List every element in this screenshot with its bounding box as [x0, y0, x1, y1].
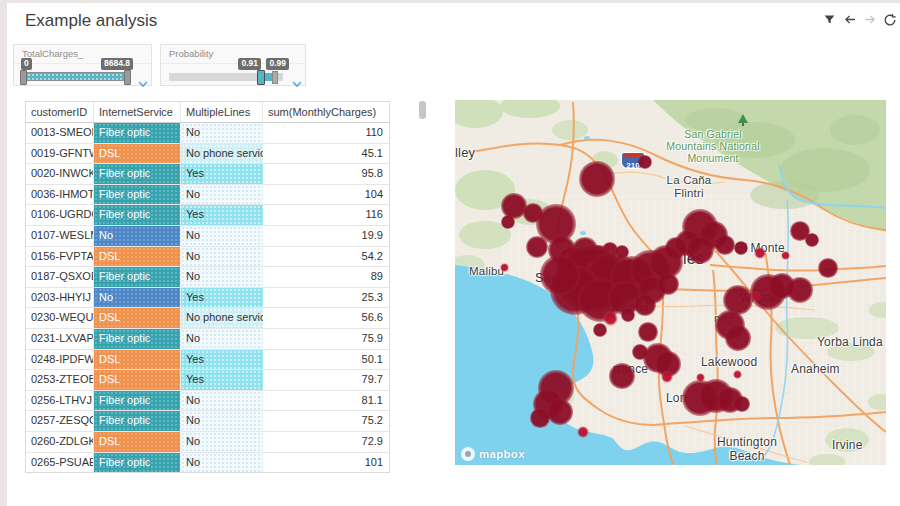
map-data-bubble[interactable]: [593, 323, 607, 337]
cell-sum-monthly-charges[interactable]: 79.7: [263, 370, 389, 390]
range-slider-right-handle[interactable]: [124, 70, 131, 85]
column-header-multiple-lines[interactable]: MultipleLines: [181, 102, 263, 122]
cell-internet-service[interactable]: DSL: [94, 144, 181, 164]
map-data-bubble[interactable]: [818, 258, 838, 278]
map-data-bubble[interactable]: [657, 273, 679, 295]
cell-sum-monthly-charges[interactable]: 95.8: [263, 164, 389, 184]
map-data-bubble[interactable]: [733, 370, 742, 379]
map-data-bubble[interactable]: [540, 255, 579, 294]
filter-icon[interactable]: [822, 12, 837, 27]
map-data-bubble[interactable]: [686, 236, 714, 264]
cell-customer-id[interactable]: 0106-UGRDO: [26, 205, 94, 225]
cell-sum-monthly-charges[interactable]: 89: [263, 267, 389, 287]
cell-internet-service[interactable]: Fiber optic: [94, 123, 181, 143]
cell-internet-service[interactable]: DSL: [94, 350, 181, 370]
map-data-bubble[interactable]: [547, 399, 572, 424]
cell-sum-monthly-charges[interactable]: 45.1: [263, 144, 389, 164]
column-header-sum-monthly-charges[interactable]: sum(MonthlyCharges): [263, 102, 389, 122]
map-data-bubble[interactable]: [638, 322, 658, 342]
map-data-bubble[interactable]: [715, 235, 735, 255]
cell-customer-id[interactable]: 0187-QSXOE: [26, 267, 94, 287]
cell-sum-monthly-charges[interactable]: 104: [263, 185, 389, 205]
column-header-internet-service[interactable]: InternetService: [94, 102, 181, 122]
map-data-bubble[interactable]: [526, 236, 548, 258]
map-data-bubble[interactable]: [781, 251, 790, 260]
range-slider-left-handle[interactable]: [257, 70, 265, 85]
cell-multiple-lines[interactable]: No: [181, 267, 263, 287]
cell-sum-monthly-charges[interactable]: 75.2: [263, 411, 389, 431]
cell-customer-id[interactable]: 0230-WEQUW: [26, 308, 94, 328]
cell-customer-id[interactable]: 0260-ZDLGK: [26, 432, 94, 452]
cell-customer-id[interactable]: 0265-PSUAE: [26, 453, 94, 473]
cell-sum-monthly-charges[interactable]: 75.9: [263, 329, 389, 349]
cell-internet-service[interactable]: Fiber optic: [94, 185, 181, 205]
cell-sum-monthly-charges[interactable]: 101: [263, 453, 389, 473]
cell-sum-monthly-charges[interactable]: 72.9: [263, 432, 389, 452]
cell-internet-service[interactable]: No: [94, 288, 181, 308]
map-visualization[interactable]: lleyMalibuSanleslewoodEl MonteWhittierne…: [455, 100, 886, 465]
cell-internet-service[interactable]: Fiber optic: [94, 411, 181, 431]
range-slider-track[interactable]: [22, 72, 129, 81]
cell-customer-id[interactable]: 0019-GFNTW: [26, 144, 94, 164]
cell-multiple-lines[interactable]: No: [181, 432, 263, 452]
map-data-bubble[interactable]: [696, 373, 705, 382]
cell-customer-id[interactable]: 0257-ZESQC: [26, 411, 94, 431]
map-data-bubble[interactable]: [769, 273, 794, 298]
cell-sum-monthly-charges[interactable]: 25.3: [263, 288, 389, 308]
cell-customer-id[interactable]: 0036-IHMOT: [26, 185, 94, 205]
range-slider-track[interactable]: [169, 73, 283, 81]
cell-multiple-lines[interactable]: Yes: [181, 164, 263, 184]
cell-customer-id[interactable]: 0248-IPDFW: [26, 350, 94, 370]
cell-multiple-lines[interactable]: No: [181, 329, 263, 349]
cell-internet-service[interactable]: DSL: [94, 247, 181, 267]
cell-multiple-lines[interactable]: No: [181, 185, 263, 205]
cell-customer-id[interactable]: 0253-ZTEOB: [26, 370, 94, 390]
cell-multiple-lines[interactable]: No phone service: [181, 144, 263, 164]
map-data-bubble[interactable]: [577, 426, 589, 438]
cell-internet-service[interactable]: Fiber optic: [94, 164, 181, 184]
map-data-bubble[interactable]: [725, 325, 750, 350]
cell-customer-id[interactable]: 0020-INWCK: [26, 164, 94, 184]
cell-multiple-lines[interactable]: No: [181, 247, 263, 267]
cell-internet-service[interactable]: Fiber optic: [94, 267, 181, 287]
cell-internet-service[interactable]: DSL: [94, 308, 181, 328]
map-data-bubble[interactable]: [734, 396, 751, 413]
cell-internet-service[interactable]: DSL: [94, 432, 181, 452]
cell-multiple-lines[interactable]: No: [181, 453, 263, 473]
mapbox-logo[interactable]: mapbox: [461, 447, 525, 461]
cell-multiple-lines[interactable]: Yes: [181, 370, 263, 390]
cell-sum-monthly-charges[interactable]: 81.1: [263, 391, 389, 411]
map-data-bubble[interactable]: [734, 241, 748, 255]
map-data-bubble[interactable]: [530, 408, 550, 428]
cell-multiple-lines[interactable]: Yes: [181, 288, 263, 308]
cell-customer-id[interactable]: 0013-SMEOE: [26, 123, 94, 143]
cell-sum-monthly-charges[interactable]: 116: [263, 205, 389, 225]
map-data-bubble[interactable]: [805, 233, 819, 247]
map-data-bubble[interactable]: [501, 215, 515, 229]
cell-customer-id[interactable]: 0203-HHYIJ: [26, 288, 94, 308]
cell-internet-service[interactable]: No: [94, 226, 181, 246]
refresh-icon[interactable]: [882, 12, 897, 27]
cell-sum-monthly-charges[interactable]: 19.9: [263, 226, 389, 246]
map-data-bubble[interactable]: [603, 311, 618, 326]
map-data-bubble[interactable]: [579, 161, 615, 197]
cell-multiple-lines[interactable]: No: [181, 391, 263, 411]
cell-internet-service[interactable]: Fiber optic: [94, 205, 181, 225]
cell-sum-monthly-charges[interactable]: 110: [263, 123, 389, 143]
map-data-bubble[interactable]: [638, 155, 652, 169]
table-scrollbar-thumb[interactable]: [419, 101, 426, 119]
forward-arrow-icon[interactable]: [862, 12, 877, 27]
cell-sum-monthly-charges[interactable]: 56.6: [263, 308, 389, 328]
cell-multiple-lines[interactable]: Yes: [181, 205, 263, 225]
map-data-bubble[interactable]: [500, 263, 509, 272]
range-slider-left-handle[interactable]: [20, 70, 27, 85]
map-data-bubble[interactable]: [754, 247, 766, 259]
cell-internet-service[interactable]: Fiber optic: [94, 329, 181, 349]
chevron-down-icon[interactable]: [138, 74, 148, 92]
cell-customer-id[interactable]: 0231-LXVAP: [26, 329, 94, 349]
cell-sum-monthly-charges[interactable]: 54.2: [263, 247, 389, 267]
chevron-down-icon[interactable]: [292, 74, 302, 92]
back-arrow-icon[interactable]: [842, 12, 857, 27]
cell-internet-service[interactable]: Fiber optic: [94, 453, 181, 473]
table-scrollbar[interactable]: [419, 101, 426, 455]
